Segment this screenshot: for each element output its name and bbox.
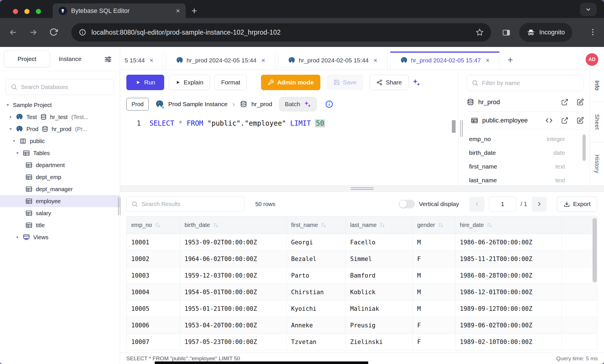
table-row[interactable]: 100011953-09-02T00:00:00ZGeorgiFacelloM1… [127, 234, 597, 251]
tab-sheet[interactable]: Sheet [590, 102, 604, 143]
editor-tab-2[interactable]: hr_prod 2024-02-05 15:44 × [278, 52, 387, 69]
filter-settings-icon[interactable] [104, 55, 112, 64]
forward-icon[interactable] [29, 28, 38, 37]
table-row[interactable]: 100051955-01-21T00:00:00ZKyoichiMaliniak… [127, 300, 597, 317]
new-sheet-button[interactable]: + [507, 55, 513, 65]
database-name[interactable]: hr_prod [252, 101, 272, 108]
column-header[interactable]: birth_date [180, 216, 287, 234]
schema-filter[interactable] [467, 75, 584, 91]
side-panel-icon[interactable] [502, 28, 511, 37]
column-header[interactable]: hire_date [455, 216, 562, 234]
browser-tab[interactable]: Bytebase SQL Editor × [53, 3, 186, 18]
close-icon[interactable]: × [150, 57, 153, 64]
tree-item-table-dept-emp[interactable]: dept_emp [0, 171, 120, 183]
sql-code-line[interactable]: 1 SELECT * FROM "public"."employee" LIMI… [126, 119, 458, 127]
tree-item-sample-project[interactable]: Sample Project [0, 99, 120, 111]
results-scrollbar[interactable] [593, 218, 597, 282]
ai-sparkles-icon[interactable] [412, 78, 421, 87]
sort-icon[interactable] [438, 222, 444, 228]
splitter-grip-icon[interactable] [351, 187, 374, 190]
tree-item-prod-db[interactable]: Prod hr_prod (Pr... [0, 123, 120, 135]
caret-right-icon[interactable] [15, 235, 19, 239]
explain-button[interactable]: Explain [169, 75, 210, 90]
table-row[interactable]: 100021964-06-02T00:00:00ZBezalelSimmelF1… [127, 251, 597, 267]
tree-item-test-db[interactable]: Test hr_test (Test... [0, 111, 120, 123]
close-icon[interactable]: × [261, 57, 265, 64]
close-icon[interactable]: × [374, 57, 377, 64]
caret-down-icon[interactable] [6, 103, 10, 107]
sort-icon[interactable] [213, 222, 219, 228]
table-row[interactable]: 100061953-04-20T00:00:00ZAnnekePreusigF1… [127, 317, 597, 334]
window-controls[interactable] [13, 9, 41, 14]
schema-database-row[interactable]: hr_prod [467, 93, 584, 112]
share-button[interactable]: Share [370, 75, 408, 90]
tree-item-schema-public[interactable]: public [0, 135, 120, 147]
tab-project[interactable]: Project [4, 51, 50, 67]
new-tab-button[interactable]: + [191, 4, 197, 17]
table-row[interactable]: 100041954-05-01T00:00:00ZChirstianKoblic… [127, 284, 597, 300]
sidebar-resize-handle[interactable] [118, 197, 120, 215]
external-link-icon[interactable] [561, 117, 568, 124]
results-search[interactable] [126, 196, 244, 212]
run-button[interactable]: Run [126, 75, 164, 90]
reload-icon[interactable] [49, 28, 58, 36]
minimize-window-button[interactable] [24, 9, 30, 14]
editor-tab-1[interactable]: hr_prod 2024-02-05 15:44 × [166, 52, 275, 69]
site-info-icon[interactable] [79, 29, 86, 36]
table-row[interactable]: 100031959-12-03T00:00:00ZPartoBamfordM19… [127, 267, 597, 284]
column-header[interactable]: last_name [346, 216, 413, 234]
prev-page-button[interactable] [469, 197, 485, 212]
format-button[interactable]: Format [215, 75, 247, 90]
caret-right-icon[interactable] [9, 115, 13, 119]
instance-name[interactable]: Prod Sample Instance [168, 101, 228, 108]
edit-icon[interactable] [576, 98, 584, 106]
caret-down-icon[interactable] [9, 127, 13, 131]
save-button[interactable]: Save [327, 75, 363, 90]
batch-button[interactable]: Batch [279, 97, 317, 111]
search-databases-input[interactable] [21, 84, 109, 90]
column-header[interactable]: emp_no [127, 216, 180, 234]
close-window-button[interactable] [13, 9, 18, 14]
vertical-display-toggle[interactable] [399, 200, 415, 208]
page-number-input[interactable] [489, 197, 516, 212]
table-row[interactable]: 100071957-05-23T00:00:00ZTzvetanZielinsk… [127, 334, 597, 350]
filter-by-name-input[interactable] [482, 80, 579, 86]
avatar[interactable]: AD [586, 53, 598, 66]
caret-down-icon[interactable] [12, 139, 16, 143]
edit-icon[interactable] [576, 117, 584, 124]
back-icon[interactable] [9, 28, 18, 37]
info-icon[interactable] [325, 100, 334, 108]
column-header[interactable]: first_name [287, 216, 346, 234]
code-icon[interactable] [545, 116, 553, 124]
url-bar[interactable]: localhost:8080/sql-editor/prod-sample-in… [71, 23, 491, 41]
sort-icon[interactable] [487, 222, 492, 228]
database-search[interactable] [6, 79, 114, 95]
external-link-icon[interactable] [561, 98, 568, 106]
search-results-input[interactable] [142, 201, 240, 207]
tab-info[interactable]: Info [590, 70, 604, 102]
tab-history[interactable]: History [590, 143, 604, 185]
tab-instance[interactable]: Instance [59, 47, 81, 71]
tree-item-table-department[interactable]: department [0, 159, 120, 171]
admin-mode-button[interactable]: Admin mode [261, 75, 320, 90]
tree-item-views-group[interactable]: Views [0, 231, 120, 243]
sort-icon[interactable] [155, 222, 160, 228]
tree-item-table-employee[interactable]: employee [0, 195, 120, 207]
sort-icon[interactable] [321, 222, 326, 228]
url-text[interactable]: localhost:8080/sql-editor/prod-sample-in… [91, 29, 470, 36]
tree-item-table-salary[interactable]: salary [0, 207, 120, 219]
editor-scrollbar[interactable] [452, 120, 456, 133]
editor-tab-3-active[interactable]: hr_prod 2024-02-05 15:47 × [390, 52, 499, 69]
tab-search-button[interactable] [580, 3, 597, 16]
schema-table-row[interactable]: public.employee [467, 112, 584, 129]
horizontal-splitter[interactable] [120, 185, 604, 192]
tree-item-tables-group[interactable]: Tables [0, 147, 120, 159]
bookmark-star-icon[interactable] [476, 28, 484, 36]
zoom-window-button[interactable] [36, 9, 41, 14]
tree-item-table-dept-manager[interactable]: dept_manager [0, 183, 120, 195]
close-icon[interactable]: × [486, 57, 489, 64]
column-header[interactable]: gender [413, 216, 455, 234]
export-button[interactable]: Export [557, 196, 597, 212]
tree-item-table-title[interactable]: title [0, 219, 120, 231]
next-page-button[interactable] [532, 197, 547, 212]
